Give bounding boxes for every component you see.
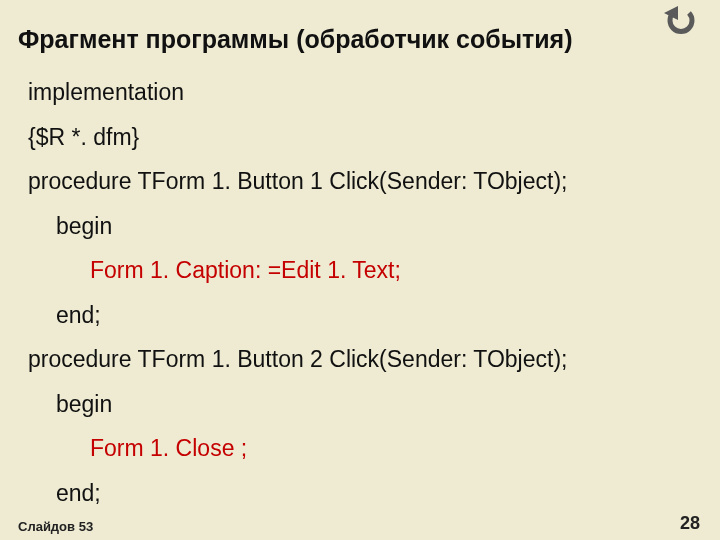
code-line: {$R *. dfm} [28, 115, 692, 160]
code-line-highlight: Form 1. Caption: =Edit 1. Text; [28, 248, 692, 293]
return-arrow-icon[interactable] [664, 6, 698, 36]
slide: Фрагмент программы (обработчик события) … [0, 0, 720, 540]
code-block: implementation {$R *. dfm} procedure TFo… [28, 70, 692, 515]
code-line: end; [28, 293, 692, 338]
footer-slide-count: Слайдов 53 [18, 519, 93, 534]
code-line: begin [28, 382, 692, 427]
code-line-highlight: Form 1. Close ; [28, 426, 692, 471]
code-line: begin [28, 204, 692, 249]
page-number: 28 [680, 513, 700, 534]
code-line: procedure TForm 1. Button 2 Click(Sender… [28, 337, 692, 382]
slide-title: Фрагмент программы (обработчик события) [18, 24, 573, 54]
code-line: implementation [28, 70, 692, 115]
code-line: end; [28, 471, 692, 516]
code-line: procedure TForm 1. Button 1 Click(Sender… [28, 159, 692, 204]
